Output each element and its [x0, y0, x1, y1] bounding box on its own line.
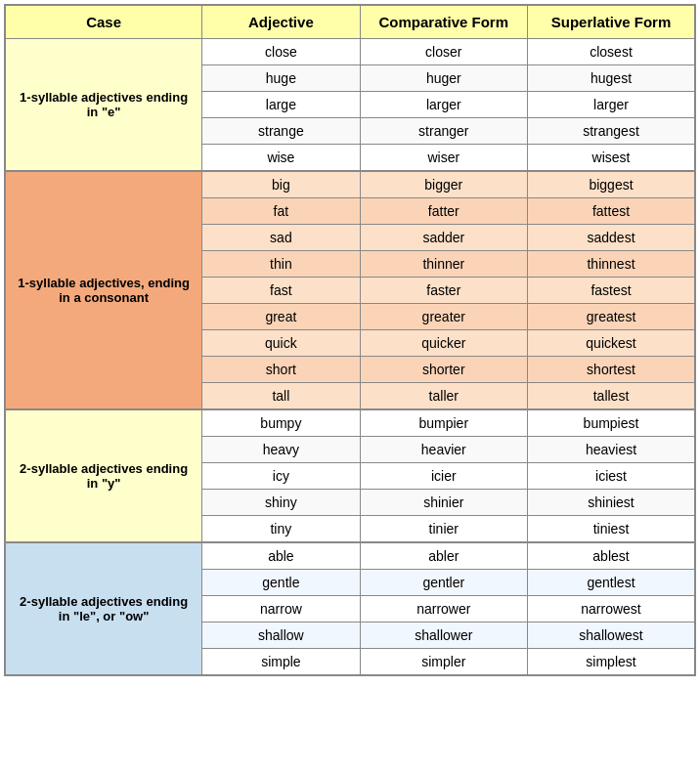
adjective-cell: gentle	[202, 570, 360, 596]
comparative-cell: shorter	[360, 357, 527, 383]
adjective-cell: tall	[202, 383, 360, 410]
superlative-cell: simplest	[528, 649, 695, 676]
superlative-cell: bumpiest	[528, 409, 695, 437]
superlative-cell: quickest	[528, 330, 695, 357]
comparative-cell: quicker	[360, 330, 527, 357]
superlative-cell: biggest	[528, 171, 695, 198]
adjective-cell: strange	[202, 118, 360, 145]
comparative-cell: fatter	[360, 198, 527, 225]
adjective-cell: quick	[202, 330, 360, 357]
superlative-cell: hugest	[528, 65, 695, 92]
adjective-cell: simple	[202, 649, 360, 676]
comparative-cell: closer	[360, 39, 527, 65]
superlative-cell: heaviest	[528, 437, 695, 463]
superlative-cell: thinnest	[528, 251, 695, 278]
comparative-cell: narrower	[360, 596, 527, 623]
superlative-cell: greatest	[528, 304, 695, 330]
superlative-cell: fattest	[528, 198, 695, 225]
comparative-cell: simpler	[360, 649, 527, 676]
header-comparative: Comparative Form	[360, 5, 527, 39]
table-row: 1-syllable adjectives, ending in a conso…	[5, 171, 695, 198]
comparative-cell: larger	[360, 92, 527, 118]
case-label: 2-syllable adjectives ending in "le", or…	[5, 542, 202, 675]
table-row: 2-syllable adjectives ending in "le", or…	[5, 542, 695, 570]
table-row: 1-syllable adjectives ending in "e"close…	[5, 39, 695, 65]
case-label: 2-syllable adjectives ending in "y"	[5, 409, 202, 542]
adjective-cell: close	[202, 39, 360, 65]
superlative-cell: larger	[528, 92, 695, 118]
superlative-cell: shortest	[528, 357, 695, 383]
adjective-cell: huge	[202, 65, 360, 92]
adjective-cell: icy	[202, 463, 360, 490]
superlative-cell: iciest	[528, 463, 695, 490]
comparative-cell: taller	[360, 383, 527, 410]
case-label: 1-syllable adjectives ending in "e"	[5, 39, 202, 172]
header-adjective: Adjective	[202, 5, 360, 39]
adjective-cell: shiny	[202, 490, 360, 516]
adjective-cell: thin	[202, 251, 360, 278]
comparative-cell: faster	[360, 278, 527, 304]
comparative-cell: bumpier	[360, 409, 527, 437]
adjective-cell: tiny	[202, 516, 360, 543]
adjectives-table: Case Adjective Comparative Form Superlat…	[4, 4, 696, 676]
superlative-cell: shiniest	[528, 490, 695, 516]
superlative-cell: strangest	[528, 118, 695, 145]
superlative-cell: tiniest	[528, 516, 695, 543]
comparative-cell: thinner	[360, 251, 527, 278]
comparative-cell: shallower	[360, 623, 527, 649]
adjective-cell: narrow	[202, 596, 360, 623]
superlative-cell: ablest	[528, 542, 695, 570]
comparative-cell: greater	[360, 304, 527, 330]
superlative-cell: saddest	[528, 225, 695, 251]
comparative-cell: tinier	[360, 516, 527, 543]
superlative-cell: shallowest	[528, 623, 695, 649]
superlative-cell: tallest	[528, 383, 695, 410]
adjective-cell: shallow	[202, 623, 360, 649]
comparative-cell: abler	[360, 542, 527, 570]
superlative-cell: closest	[528, 39, 695, 65]
adjective-cell: large	[202, 92, 360, 118]
case-label: 1-syllable adjectives, ending in a conso…	[5, 171, 202, 409]
adjective-cell: able	[202, 542, 360, 570]
comparative-cell: heavier	[360, 437, 527, 463]
header-case: Case	[5, 5, 202, 39]
adjective-cell: short	[202, 357, 360, 383]
adjective-cell: big	[202, 171, 360, 198]
adjective-cell: bumpy	[202, 409, 360, 437]
comparative-cell: huger	[360, 65, 527, 92]
comparative-cell: wiser	[360, 145, 527, 172]
adjective-cell: sad	[202, 225, 360, 251]
comparative-cell: shinier	[360, 490, 527, 516]
table-row: 2-syllable adjectives ending in "y"bumpy…	[5, 409, 695, 437]
comparative-cell: stranger	[360, 118, 527, 145]
adjective-cell: heavy	[202, 437, 360, 463]
adjective-cell: fat	[202, 198, 360, 225]
comparative-cell: sadder	[360, 225, 527, 251]
superlative-cell: gentlest	[528, 570, 695, 596]
superlative-cell: wisest	[528, 145, 695, 172]
adjective-cell: wise	[202, 145, 360, 172]
superlative-cell: fastest	[528, 278, 695, 304]
comparative-cell: icier	[360, 463, 527, 490]
comparative-cell: gentler	[360, 570, 527, 596]
adjective-cell: fast	[202, 278, 360, 304]
header-superlative: Superlative Form	[528, 5, 695, 39]
adjective-cell: great	[202, 304, 360, 330]
superlative-cell: narrowest	[528, 596, 695, 623]
comparative-cell: bigger	[360, 171, 527, 198]
